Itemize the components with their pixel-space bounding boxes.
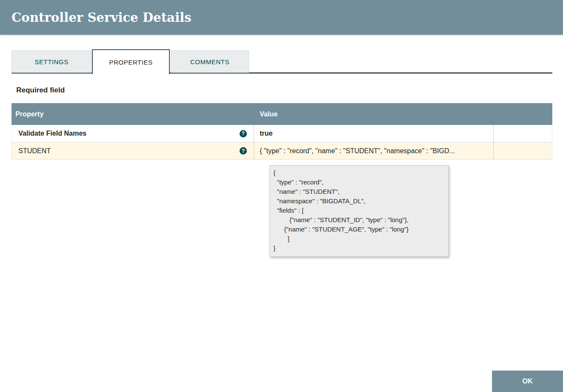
- property-cell: Validate Field Names ?: [12, 125, 254, 142]
- table-header-row: Property Value: [12, 103, 552, 125]
- tab-comments[interactable]: COMMENTS: [171, 50, 249, 73]
- question-mark-icon[interactable]: ?: [240, 147, 247, 154]
- required-field-label: Required field: [16, 86, 65, 95]
- property-cell: STUDENT ?: [12, 143, 254, 159]
- question-mark-icon[interactable]: ?: [240, 130, 247, 137]
- dialog-header: Controller Service Details: [0, 0, 563, 35]
- controller-service-details-dialog: Controller Service Details SETTINGS PROP…: [0, 0, 563, 392]
- properties-table: Property Value Validate Field Names ? tr…: [12, 103, 552, 160]
- value-cell[interactable]: { "type" : "record", "name" : "STUDENT",…: [254, 143, 494, 159]
- row-actions-cell: [494, 125, 552, 142]
- property-name: Validate Field Names: [18, 130, 86, 137]
- table-row-student: STUDENT ? { "type" : "record", "name" : …: [12, 143, 552, 160]
- dialog-title: Controller Service Details: [12, 10, 191, 25]
- column-header-value: Value: [254, 110, 494, 118]
- tab-properties[interactable]: PROPERTIES: [92, 49, 170, 74]
- value-cell[interactable]: true: [254, 125, 494, 142]
- value-tooltip: { "type" : "record", "name" : "STUDENT",…: [270, 165, 449, 257]
- property-name: STUDENT: [18, 147, 51, 155]
- column-header-property: Property: [12, 110, 254, 118]
- tab-settings[interactable]: SETTINGS: [12, 50, 92, 73]
- row-actions-cell: [494, 143, 552, 159]
- table-row-validate-field-names: Validate Field Names ? true: [12, 125, 552, 143]
- ok-button[interactable]: OK: [492, 371, 563, 392]
- tab-strip: SETTINGS PROPERTIES COMMENTS: [0, 49, 563, 74]
